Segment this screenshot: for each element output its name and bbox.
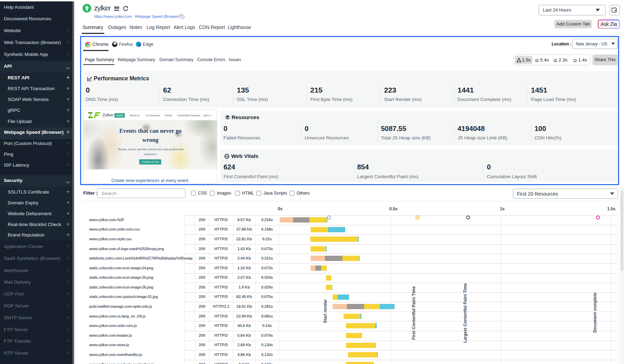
svg-text:4G: 4G xyxy=(554,60,557,63)
svg-text:wf: wf xyxy=(573,60,576,63)
svg-text:3G: 3G xyxy=(535,60,539,63)
